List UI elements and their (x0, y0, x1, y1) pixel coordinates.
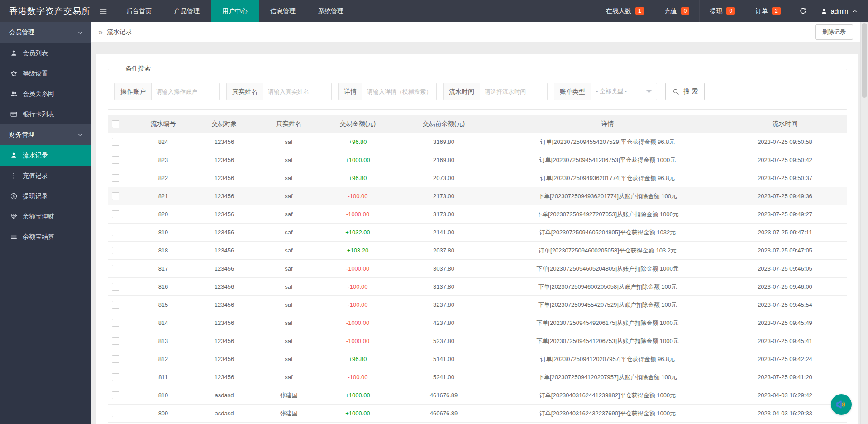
sidebar-item-label: 会员列表 (23, 49, 48, 57)
row-checkbox[interactable] (112, 210, 119, 218)
row-checkbox[interactable] (112, 355, 119, 363)
cell-detail: 下单[20230725094600205058]从账户扣除金额 100元 (492, 283, 723, 291)
speaker-icon (835, 399, 847, 410)
cell-amount: +1000.00 (320, 392, 395, 399)
row-checkbox[interactable] (112, 265, 119, 272)
cell-flow-time: 2023-07-25 09:46:00 (723, 283, 847, 290)
cell-trade-target: 123456 (191, 265, 257, 272)
table-row: 814123456saf-1000.004237.80下单[2023072509… (108, 314, 847, 332)
cell-balance-before: 2073.00 (395, 175, 492, 181)
content-card: 条件搜索 操作账户真实姓名详情流水时间账单类型- 全部类型 - 搜 索 流水编号… (96, 54, 858, 424)
row-checkbox[interactable] (112, 301, 119, 309)
hamburger-menu-icon[interactable] (91, 0, 115, 22)
row-checkbox-cell (108, 319, 135, 327)
select-all-checkbox[interactable] (112, 120, 119, 128)
sound-fab-button[interactable] (831, 394, 852, 415)
top-nav-item[interactable]: 信息管理 (259, 0, 307, 22)
vertical-scrollbar[interactable] (860, 22, 868, 424)
cell-real-name: saf (257, 301, 320, 308)
row-checkbox[interactable] (112, 174, 119, 182)
row-checkbox[interactable] (112, 373, 119, 381)
row-checkbox[interactable] (112, 229, 119, 236)
search-field-label: 真实姓名 (227, 83, 263, 100)
cell-flow-id: 818 (135, 247, 191, 254)
cell-detail: 下单[20230725094549206175]从账户扣除金额 1000元 (492, 319, 723, 327)
cell-detail: 订单[20230403162432237690]平仓获得金额 1000元 (492, 410, 723, 418)
cell-trade-target: asdasd (191, 410, 257, 417)
search-field-input[interactable] (152, 83, 219, 100)
sidebar-item[interactable]: 充值记录 (0, 166, 91, 186)
cell-trade-target: 123456 (191, 301, 257, 308)
bill-type-select[interactable]: 账单类型- 全部类型 - (554, 83, 657, 100)
cell-detail: 下单[20230725094605204805]从账户扣除金额 1000元 (492, 265, 723, 273)
row-checkbox-cell (108, 373, 135, 381)
cell-trade-target: 123456 (191, 374, 257, 381)
sidebar-item[interactable]: 提现记录 (0, 186, 91, 206)
stat-item[interactable]: 在线人数1 (596, 0, 654, 22)
top-nav-item[interactable]: 用户中心 (211, 0, 259, 22)
gem-icon (10, 213, 18, 220)
search-button[interactable]: 搜 索 (665, 83, 705, 100)
row-checkbox[interactable] (112, 337, 119, 345)
cell-flow-id: 812 (135, 356, 191, 362)
cell-balance-before: 461676.89 (395, 392, 492, 399)
main-content: » 流水记录 删除记录 条件搜索 操作账户真实姓名详情流水时间账单类型- 全部类… (91, 22, 868, 424)
top-nav-item[interactable]: 后台首页 (115, 0, 163, 22)
chevron-up-icon (851, 8, 858, 14)
stat-item[interactable]: 订单2 (745, 0, 791, 22)
users-icon (10, 90, 18, 98)
row-checkbox[interactable] (112, 247, 119, 254)
stat-badge: 2 (772, 7, 781, 15)
breadcrumb-arrow-icon: » (98, 28, 103, 36)
search-field: 流水时间 (443, 83, 548, 100)
search-field-label: 流水时间 (444, 83, 480, 100)
row-checkbox[interactable] (112, 156, 119, 164)
row-checkbox-cell (108, 283, 135, 291)
list-icon (10, 233, 18, 241)
sidebar-group-header[interactable]: 会员管理 (0, 22, 91, 43)
search-field-input[interactable] (480, 83, 547, 100)
top-nav-item[interactable]: 系统管理 (307, 0, 355, 22)
cell-flow-time: 2023-04-03 16:29:42 (723, 392, 847, 399)
row-checkbox[interactable] (112, 283, 119, 291)
stat-item[interactable]: 提现0 (699, 0, 745, 22)
search-field-input[interactable] (362, 83, 436, 100)
row-checkbox[interactable] (112, 391, 119, 399)
cell-amount: -1000.00 (320, 211, 395, 218)
row-checkbox[interactable] (112, 192, 119, 200)
column-header: 真实姓名 (257, 120, 320, 128)
row-checkbox[interactable] (112, 319, 119, 327)
row-checkbox[interactable] (112, 138, 119, 146)
sidebar-group-header[interactable]: 财务管理 (0, 124, 91, 145)
cell-amount: -100.00 (320, 193, 395, 200)
column-header: 流水时间 (723, 120, 847, 128)
admin-menu[interactable]: admin (815, 0, 868, 22)
search-button-label: 搜 索 (683, 87, 698, 95)
cell-flow-time: 2023-07-25 09:46:05 (723, 265, 847, 272)
dotsv-icon (10, 172, 18, 180)
sidebar-item[interactable]: 会员关系网 (0, 84, 91, 104)
sidebar-item[interactable]: 余额宝结算 (0, 227, 91, 247)
delete-records-button[interactable]: 删除记录 (815, 24, 853, 40)
sidebar-item[interactable]: 等级设置 (0, 63, 91, 84)
table-row: 813123456saf-1000.005237.80下单[2023072509… (108, 332, 847, 350)
sidebar-item[interactable]: 会员列表 (0, 43, 91, 63)
cell-real-name: saf (257, 211, 320, 218)
sidebar-item-label: 流水记录 (23, 152, 48, 160)
search-field-label: 详情 (339, 83, 362, 100)
sidebar-item[interactable]: 银行卡列表 (0, 104, 91, 124)
row-checkbox[interactable] (112, 410, 119, 417)
scrollbar-thumb[interactable] (862, 23, 867, 98)
sidebar-item[interactable]: 流水记录 (0, 145, 91, 166)
admin-username: admin (831, 8, 848, 15)
cell-trade-target: 123456 (191, 283, 257, 290)
stat-label: 在线人数 (606, 7, 631, 15)
select-all-cell (108, 120, 135, 128)
top-nav-item[interactable]: 产品管理 (163, 0, 211, 22)
card-icon (10, 110, 18, 118)
search-field-input[interactable] (263, 83, 331, 100)
refresh-icon[interactable] (791, 0, 815, 22)
search-field: 操作账户 (114, 83, 220, 100)
stat-item[interactable]: 充值0 (654, 0, 700, 22)
sidebar-item[interactable]: 余额宝理财 (0, 206, 91, 227)
